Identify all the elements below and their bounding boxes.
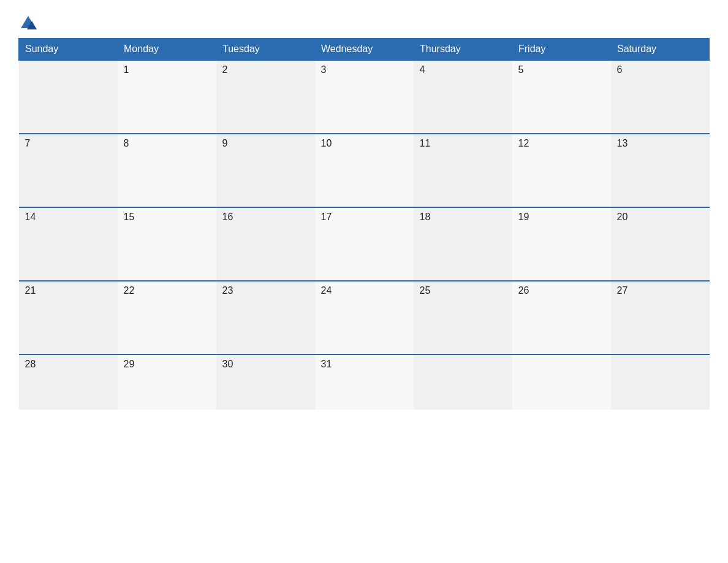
day-number: 2	[222, 64, 309, 75]
day-number: 22	[124, 285, 210, 296]
calendar-cell: 30	[216, 354, 315, 410]
day-number: 5	[518, 64, 605, 75]
day-number: 29	[124, 359, 210, 370]
day-number: 15	[124, 212, 210, 223]
weekday-header-monday: Monday	[118, 39, 216, 61]
day-number: 30	[222, 359, 309, 370]
calendar-cell: 13	[611, 134, 710, 207]
calendar-cell: 6	[611, 60, 710, 134]
calendar-cell: 3	[315, 60, 414, 134]
day-number: 8	[124, 138, 210, 149]
calendar-cell: 12	[512, 134, 611, 207]
weekday-header-tuesday: Tuesday	[216, 39, 315, 61]
calendar-cell: 17	[315, 207, 414, 281]
calendar-cell: 24	[315, 281, 414, 354]
calendar-cell: 23	[216, 281, 315, 354]
day-number: 1	[124, 64, 210, 75]
calendar-cell	[414, 354, 512, 410]
day-number: 7	[25, 138, 112, 149]
logo	[18, 12, 37, 32]
day-number: 23	[222, 285, 309, 296]
day-number: 24	[321, 285, 408, 296]
day-number: 10	[321, 138, 408, 149]
weekday-header-wednesday: Wednesday	[315, 39, 414, 61]
calendar-header-row: SundayMondayTuesdayWednesdayThursdayFrid…	[19, 39, 710, 61]
calendar-week-1: 123456	[19, 60, 710, 134]
calendar-cell: 19	[512, 207, 611, 281]
weekday-header-sunday: Sunday	[19, 39, 118, 61]
calendar-cell: 21	[19, 281, 118, 354]
day-number: 20	[617, 212, 703, 223]
day-number: 17	[321, 212, 408, 223]
calendar-cell: 10	[315, 134, 414, 207]
day-number: 13	[617, 138, 703, 149]
day-number: 4	[420, 64, 506, 75]
calendar-week-3: 14151617181920	[19, 207, 710, 281]
page-header	[18, 12, 710, 32]
day-number: 6	[617, 64, 703, 75]
day-number: 27	[617, 285, 703, 296]
calendar-cell	[611, 354, 710, 410]
day-number: 19	[518, 212, 605, 223]
calendar-cell: 27	[611, 281, 710, 354]
calendar-table: SundayMondayTuesdayWednesdayThursdayFrid…	[18, 38, 710, 410]
calendar-cell: 11	[414, 134, 512, 207]
day-number: 11	[420, 138, 506, 149]
weekday-header-thursday: Thursday	[414, 39, 512, 61]
calendar-week-5: 28293031	[19, 354, 710, 410]
calendar-cell: 8	[118, 134, 216, 207]
calendar-cell: 26	[512, 281, 611, 354]
calendar-cell: 14	[19, 207, 118, 281]
calendar-cell: 31	[315, 354, 414, 410]
calendar-cell: 20	[611, 207, 710, 281]
calendar-cell: 29	[118, 354, 216, 410]
calendar-cell	[19, 60, 118, 134]
day-number: 14	[25, 212, 112, 223]
weekday-header-friday: Friday	[512, 39, 611, 61]
weekday-header-saturday: Saturday	[611, 39, 710, 61]
calendar-week-4: 21222324252627	[19, 281, 710, 354]
day-number: 12	[518, 138, 605, 149]
calendar-cell: 7	[19, 134, 118, 207]
calendar-cell: 18	[414, 207, 512, 281]
day-number: 18	[420, 212, 506, 223]
calendar-week-2: 78910111213	[19, 134, 710, 207]
logo-icon	[20, 15, 37, 32]
day-number: 16	[222, 212, 309, 223]
calendar-cell: 2	[216, 60, 315, 134]
calendar-cell: 4	[414, 60, 512, 134]
calendar-cell: 5	[512, 60, 611, 134]
calendar-cell: 16	[216, 207, 315, 281]
day-number: 28	[25, 359, 112, 370]
calendar-cell: 15	[118, 207, 216, 281]
calendar-cell: 25	[414, 281, 512, 354]
day-number: 26	[518, 285, 605, 296]
calendar-cell: 1	[118, 60, 216, 134]
calendar-cell: 22	[118, 281, 216, 354]
day-number: 31	[321, 359, 408, 370]
day-number: 9	[222, 138, 309, 149]
calendar-cell: 28	[19, 354, 118, 410]
day-number: 21	[25, 285, 112, 296]
calendar-cell	[512, 354, 611, 410]
day-number: 3	[321, 64, 408, 75]
day-number: 25	[420, 285, 506, 296]
calendar-cell: 9	[216, 134, 315, 207]
